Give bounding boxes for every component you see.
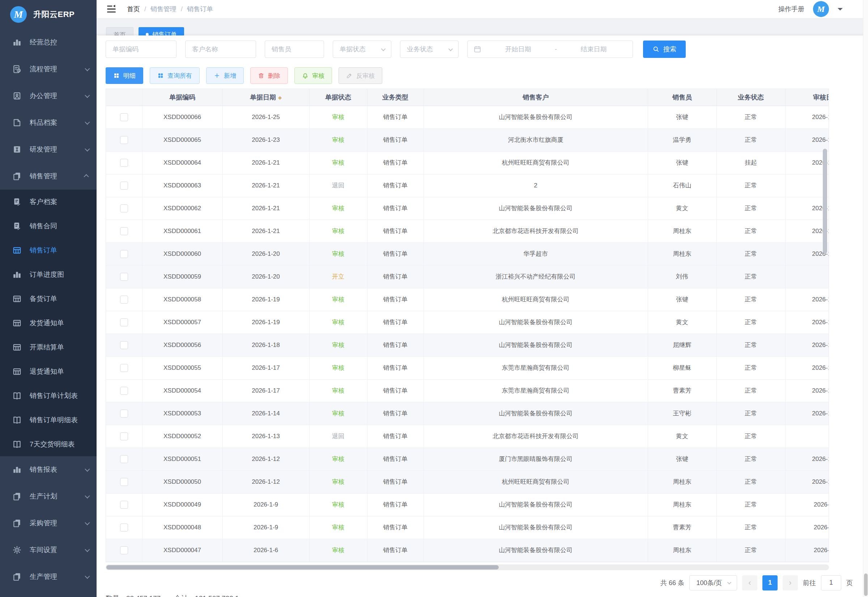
start-date-placeholder[interactable]: 开始日期 [485, 45, 551, 53]
sidebar-item[interactable]: 加工车间 [0, 590, 96, 597]
sidebar-item[interactable]: 经营总控 [0, 29, 96, 56]
sidebar-item[interactable]: 销售合同 [0, 214, 96, 238]
sidebar-item[interactable]: 办公管理 [0, 83, 96, 109]
table-vertical-scrollbar[interactable] [823, 149, 827, 254]
sidebar-item[interactable]: 研发管理 [0, 136, 96, 163]
cell-audit-date: 2026-1-17 [785, 379, 829, 402]
next-page-button[interactable]: › [783, 575, 798, 591]
row-checkbox[interactable] [120, 455, 128, 463]
copy-pages-icon [12, 518, 22, 528]
breadcrumb-sales-mgmt[interactable]: 销售管理 [150, 5, 176, 13]
customer-name-input[interactable] [185, 40, 256, 58]
cell-customer: 2 [424, 174, 648, 197]
cell-biz-status: 正常 [717, 402, 785, 425]
sidebar-item[interactable]: 采购管理 [0, 510, 96, 536]
sidebar-item[interactable]: 开票结算单 [0, 335, 96, 359]
user-menu-caret-icon[interactable] [838, 8, 843, 13]
cell-doc-code: XSDD000061 [142, 220, 222, 242]
unapprove-button[interactable]: 反审核 [339, 67, 382, 84]
goto-page-input[interactable] [821, 575, 841, 591]
cell-customer: 北京都市花语科技开发有限公司 [424, 220, 648, 242]
delete-button[interactable]: 删除 [250, 67, 288, 84]
row-checkbox[interactable] [120, 318, 128, 326]
summary-strip: 数量：33,457.177 合计：121,507,733.1 [106, 594, 239, 597]
chevron-down-icon [449, 46, 453, 51]
sidebar-item[interactable]: 7天交货明细表 [0, 432, 96, 456]
status-badge: 审核 [332, 159, 344, 166]
row-checkbox[interactable] [120, 410, 128, 417]
sidebar-item-label: 7天交货明细表 [30, 440, 75, 449]
row-checkbox[interactable] [120, 227, 128, 235]
breadcrumb-home[interactable]: 首页 [127, 5, 140, 13]
sidebar-item[interactable]: 销售订单明细表 [0, 408, 96, 432]
doc-code-input[interactable] [106, 40, 176, 58]
date-range-picker[interactable]: 开始日期 - 结束日期 [467, 40, 633, 58]
cell-doc-code: XSDD000055 [142, 356, 222, 379]
search-button[interactable]: 搜索 [643, 40, 686, 58]
query-all-button[interactable]: 查询所有 [150, 67, 200, 84]
row-checkbox[interactable] [120, 432, 128, 440]
column-header-sortable[interactable]: 单据日期◆ [222, 89, 309, 105]
tab-sales-order[interactable]: 销售订单 [139, 27, 184, 36]
sort-diamond-icon[interactable]: ◆ [278, 95, 282, 100]
add-button[interactable]: 新增 [206, 67, 244, 84]
page-size-select[interactable]: 100条/页 [689, 575, 737, 591]
tab-home[interactable]: 首页 [106, 27, 133, 36]
biz-status-select[interactable]: 业务状态 [400, 40, 459, 58]
sidebar-item-label: 生产管理 [30, 572, 57, 581]
cell-customer: 华孚超市 [424, 242, 648, 265]
sidebar-item[interactable]: 客户档案 [0, 190, 96, 214]
sidebar-item[interactable]: 生产管理 [0, 563, 96, 590]
row-checkbox[interactable] [120, 364, 128, 372]
current-page-button[interactable]: 1 [762, 575, 778, 591]
doc-status-select[interactable]: 单据状态 [333, 40, 391, 58]
detail-button[interactable]: 明细 [106, 67, 143, 84]
sidebar-item[interactable]: 车间设置 [0, 536, 96, 563]
sidebar-item[interactable]: 销售管理 [0, 163, 96, 190]
open-book-icon [12, 440, 22, 449]
row-checkbox[interactable] [120, 547, 128, 554]
row-checkbox[interactable] [120, 478, 128, 486]
row-checkbox[interactable] [120, 296, 128, 304]
sidebar-item[interactable]: 料品档案 [0, 109, 96, 136]
prev-page-button[interactable]: ‹ [742, 575, 757, 591]
row-checkbox[interactable] [120, 205, 128, 212]
manual-link[interactable]: 操作手册 [778, 5, 804, 13]
chevron-down-icon [84, 66, 90, 71]
sidebar-item[interactable]: 生产计划 [0, 483, 96, 510]
table-horizontal-scrollbar-thumb[interactable] [106, 565, 499, 569]
row-checkbox[interactable] [120, 501, 128, 509]
table-grid-icon [12, 246, 22, 255]
row-checkbox[interactable] [120, 113, 128, 121]
sidebar-item[interactable]: 订单进度图 [0, 262, 96, 287]
chevron-down-icon [84, 120, 90, 125]
sidebar-item[interactable]: 流程管理 [0, 56, 96, 83]
sidebar-item[interactable]: 销售报表 [0, 456, 96, 483]
sidebar-item[interactable]: 销售订单 [0, 238, 96, 262]
row-checkbox[interactable] [120, 273, 128, 281]
chevron-down-icon [84, 467, 90, 472]
status-badge: 审核 [332, 456, 344, 462]
row-checkbox[interactable] [120, 136, 128, 144]
cell-audit-date: 2026-1-9 [785, 493, 829, 516]
row-checkbox[interactable] [120, 387, 128, 395]
cell-doc-status: 审核 [309, 128, 367, 151]
collapse-sidebar-icon[interactable] [106, 4, 117, 14]
row-checkbox[interactable] [120, 250, 128, 258]
sidebar-item[interactable]: 发货通知单 [0, 311, 96, 335]
row-checkbox[interactable] [120, 182, 128, 190]
grid-icon [113, 72, 120, 79]
sidebar-item[interactable]: 退货通知单 [0, 359, 96, 383]
page-scrollbar-thumb[interactable] [864, 573, 868, 596]
sidebar-item[interactable]: 备货订单 [0, 287, 96, 311]
row-checkbox[interactable] [120, 524, 128, 532]
salesperson-input[interactable] [265, 40, 324, 58]
approve-button[interactable]: 审核 [295, 67, 332, 84]
row-checkbox[interactable] [120, 159, 128, 167]
biz-status-placeholder: 业务状态 [407, 45, 433, 53]
user-avatar[interactable]: M [813, 1, 829, 17]
status-badge: 审核 [332, 478, 344, 485]
sidebar-item[interactable]: 销售订单计划表 [0, 383, 96, 408]
row-checkbox[interactable] [120, 341, 128, 349]
end-date-placeholder[interactable]: 结束日期 [561, 45, 627, 53]
